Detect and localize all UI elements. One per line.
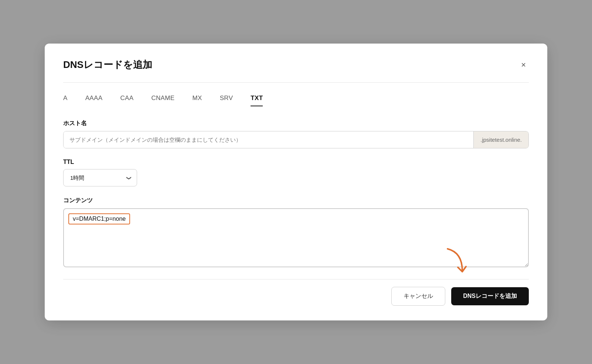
modal-header: DNSレコードを追加 × (63, 58, 529, 71)
ttl-label: TTL (63, 159, 529, 165)
modal-dialog: DNSレコードを追加 × A AAAA CAA CNAME MX SRV TXT… (45, 44, 547, 320)
tab-txt[interactable]: TXT (251, 95, 263, 106)
ttl-select-wrapper: 自動 1分 5分 30分 1時間 12時間 1日 (63, 169, 137, 186)
ttl-select[interactable]: 自動 1分 5分 30分 1時間 12時間 1日 (63, 169, 137, 186)
modal-overlay: DNSレコードを追加 × A AAAA CAA CNAME MX SRV TXT… (0, 0, 592, 364)
tab-caa[interactable]: CAA (120, 95, 133, 106)
content-field-group: コンテンツ v=DMARC1;p=none (63, 197, 529, 269)
tab-a[interactable]: A (63, 95, 68, 106)
tab-srv[interactable]: SRV (220, 95, 233, 106)
modal-title: DNSレコードを追加 (63, 58, 152, 71)
record-type-tabs: A AAAA CAA CNAME MX SRV TXT (63, 95, 529, 106)
hostname-suffix: .jpsitetest.online. (473, 131, 528, 148)
ttl-field-group: TTL 自動 1分 5分 30分 1時間 12時間 1日 (63, 159, 529, 186)
modal-footer: キャンセル DNSレコードを追加 (63, 279, 529, 306)
tab-cname[interactable]: CNAME (151, 95, 174, 106)
tab-aaaa[interactable]: AAAA (85, 95, 103, 106)
close-button[interactable]: × (518, 59, 529, 71)
hostname-input[interactable] (64, 131, 473, 148)
tab-mx[interactable]: MX (192, 95, 202, 106)
header-divider (63, 82, 529, 83)
content-textarea-wrapper: v=DMARC1;p=none (63, 208, 529, 269)
content-textarea[interactable] (63, 208, 529, 267)
content-label: コンテンツ (63, 197, 529, 205)
hostname-label: ホスト名 (63, 120, 529, 127)
submit-button[interactable]: DNSレコードを追加 (451, 287, 529, 305)
cancel-button[interactable]: キャンセル (391, 287, 445, 306)
hostname-field-group: ホスト名 .jpsitetest.online. (63, 120, 529, 148)
hostname-input-wrapper: .jpsitetest.online. (63, 131, 529, 148)
